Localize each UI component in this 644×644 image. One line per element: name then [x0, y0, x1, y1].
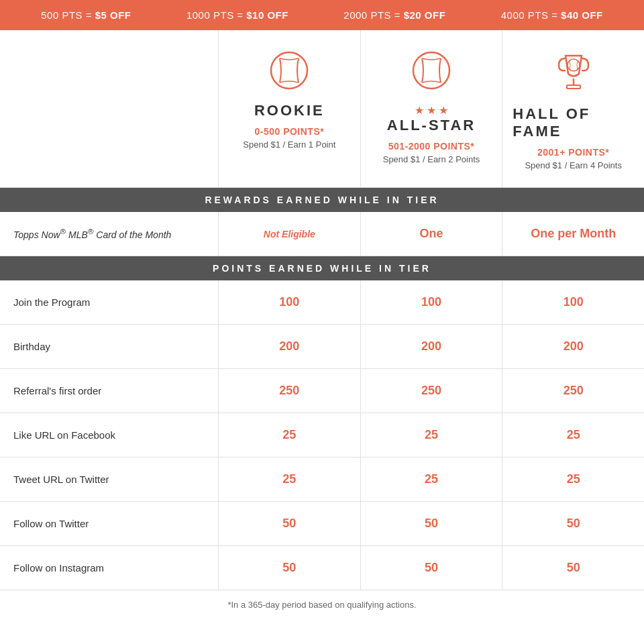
- points-row-label-0: Join the Program: [0, 280, 218, 324]
- points-row-4-value-1: 25: [360, 458, 502, 501]
- points-row-1-value-2: 200: [502, 325, 644, 368]
- rewards-label-text: Topps Now® MLB® Card of the Month: [13, 227, 171, 241]
- points-row-label-1: Birthday: [0, 325, 218, 368]
- banner-item-4: 4000 PTS = $40 OFF: [501, 9, 603, 21]
- points-row-4-value-0: 25: [218, 458, 360, 501]
- allstar-icon-group: ★ ★ ★: [411, 50, 451, 117]
- points-row-5-value-2: 50: [502, 502, 644, 545]
- points-row-label-6: Follow on Instagram: [0, 546, 218, 590]
- rewards-row-label: Topps Now® MLB® Card of the Month: [0, 212, 218, 256]
- points-row-0-value-1: 100: [360, 280, 502, 324]
- points-row-3-value-2: 25: [502, 413, 644, 457]
- banner-item-1: 500 PTS = $5 OFF: [41, 9, 131, 21]
- svg-rect-3: [567, 85, 580, 89]
- star-3: ★: [439, 104, 448, 117]
- top-banner: 500 PTS = $5 OFF 1000 PTS = $10 OFF 2000…: [0, 0, 644, 30]
- rewards-row: Topps Now® MLB® Card of the Month Not El…: [0, 212, 644, 256]
- tier-allstar-name: ALL-STAR: [387, 117, 476, 134]
- points-row-1-value-0: 200: [218, 325, 360, 368]
- rewards-halloffame-value: One per Month: [502, 212, 644, 256]
- points-row-3-value-0: 25: [218, 413, 360, 457]
- star-2: ★: [427, 104, 436, 117]
- points-row-1-value-1: 200: [360, 325, 502, 368]
- points-row-2-value-2: 250: [502, 369, 644, 413]
- tier-empty-cell: [0, 30, 218, 187]
- baseball-icon-allstar: [411, 50, 451, 96]
- rewards-header-text: REWARDS EARNED WHILE IN TIER: [0, 188, 644, 212]
- stars-row: ★ ★ ★: [415, 104, 448, 117]
- svg-point-1: [413, 52, 449, 89]
- tier-allstar-points: 501-2000 POINTS*: [388, 141, 475, 152]
- points-row-6: Follow on Instagram505050: [0, 546, 644, 590]
- tier-halloffame-points: 2001+ POINTS*: [537, 147, 609, 158]
- points-row-5-value-1: 50: [360, 502, 502, 545]
- tier-rookie: ROOKIE 0-500 POINTS* Spend $1 / Earn 1 P…: [218, 30, 360, 187]
- points-row-label-2: Referral's first order: [0, 369, 218, 413]
- tier-halloffame-earn: Spend $1 / Earn 4 Points: [525, 160, 622, 170]
- points-row-0-value-2: 100: [502, 280, 644, 324]
- trophy-icon: [553, 50, 594, 100]
- points-row-1: Birthday200200200: [0, 325, 644, 369]
- tier-rookie-points: 0-500 POINTS*: [254, 126, 324, 137]
- tier-halloffame: HALL OF FAME 2001+ POINTS* Spend $1 / Ea…: [502, 30, 644, 187]
- tier-halloffame-name: HALL OF FAME: [513, 105, 634, 140]
- points-row-6-value-2: 50: [502, 546, 644, 590]
- baseball-icon-rookie: [269, 50, 309, 97]
- svg-point-0: [271, 52, 307, 89]
- points-row-4-value-2: 25: [502, 458, 644, 501]
- points-header-text: POINTS EARNED WHILE IN TIER: [0, 256, 644, 280]
- points-row-3: Like URL on Facebook252525: [0, 413, 644, 458]
- points-row-5-value-0: 50: [218, 502, 360, 545]
- rewards-allstar-value: One: [360, 212, 502, 256]
- svg-point-4: [568, 59, 580, 71]
- points-row-0-value-0: 100: [218, 280, 360, 324]
- points-row-6-value-0: 50: [218, 546, 360, 590]
- points-row-4: Tweet URL on Twitter252525: [0, 458, 644, 502]
- tier-allstar: ★ ★ ★ ALL-STAR 501-2000 POINTS* Spend $1…: [360, 30, 502, 187]
- points-row-2-value-0: 250: [218, 369, 360, 413]
- banner-item-2: 1000 PTS = $10 OFF: [186, 9, 288, 21]
- footer-note: *In a 365-day period based on qualifying…: [0, 590, 644, 619]
- points-rows-container: Join the Program100100100Birthday2002002…: [0, 280, 644, 590]
- tier-allstar-earn: Spend $1 / Earn 2 Points: [383, 154, 480, 164]
- rewards-section-header: REWARDS EARNED WHILE IN TIER: [0, 188, 644, 212]
- points-row-label-5: Follow on Twitter: [0, 502, 218, 545]
- points-row-2: Referral's first order250250250: [0, 369, 644, 413]
- points-row-0: Join the Program100100100: [0, 280, 644, 325]
- points-section-header: POINTS EARNED WHILE IN TIER: [0, 256, 644, 280]
- tier-section: ROOKIE 0-500 POINTS* Spend $1 / Earn 1 P…: [0, 30, 644, 188]
- points-row-label-3: Like URL on Facebook: [0, 413, 218, 457]
- points-row-6-value-1: 50: [360, 546, 502, 590]
- tier-rookie-earn: Spend $1 / Earn 1 Point: [243, 140, 335, 150]
- points-row-label-4: Tweet URL on Twitter: [0, 458, 218, 501]
- rewards-rookie-value: Not Eligible: [218, 212, 360, 256]
- banner-item-3: 2000 PTS = $20 OFF: [343, 9, 445, 21]
- star-1: ★: [415, 104, 424, 117]
- points-row-3-value-1: 25: [360, 413, 502, 457]
- points-row-5: Follow on Twitter505050: [0, 502, 644, 546]
- points-row-2-value-1: 250: [360, 369, 502, 413]
- tier-rookie-name: ROOKIE: [254, 102, 325, 119]
